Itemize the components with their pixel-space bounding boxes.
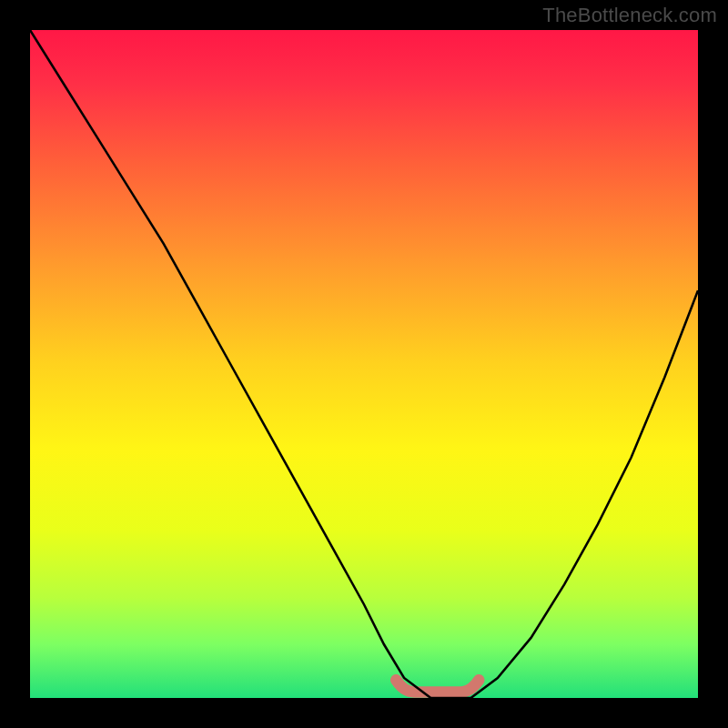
curve-layer <box>30 30 698 698</box>
bottleneck-curve <box>30 30 698 698</box>
chart-frame: TheBottleneck.com <box>0 0 728 728</box>
plot-area <box>30 30 698 698</box>
watermark-text: TheBottleneck.com <box>542 4 717 27</box>
